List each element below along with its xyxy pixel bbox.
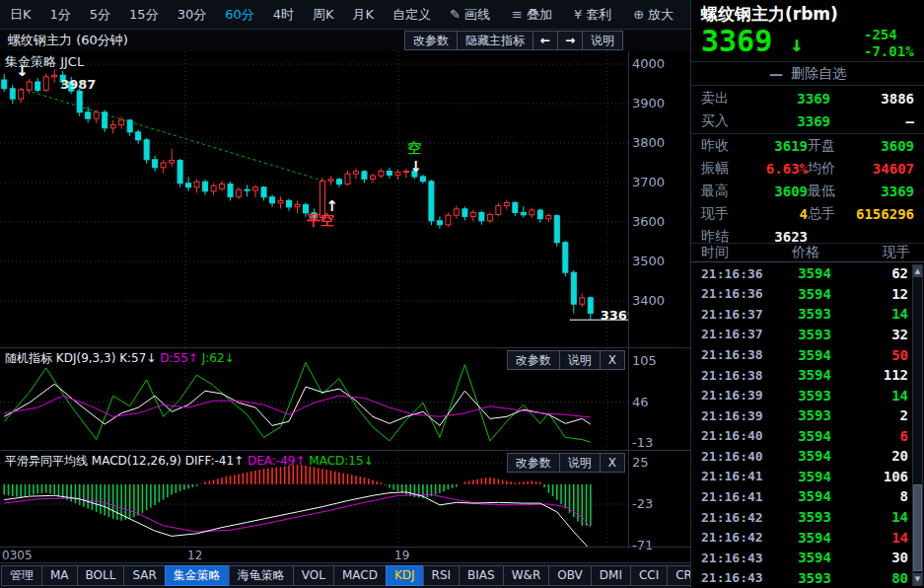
tape-volume: 8 (851, 488, 908, 504)
period-tab-5分[interactable]: 5分 (90, 6, 110, 24)
period-tab-月K[interactable]: 月K (353, 6, 375, 24)
time-axis-label: 12 (187, 549, 202, 562)
candlestick-panel[interactable]: 集金策略 JJCL ↓3987平空↑空↓3369 400039003800370… (0, 51, 690, 347)
indicator-tab-海龟策略[interactable]: 海龟策略 (229, 565, 294, 586)
tape-scrollbar[interactable]: ▲ ▼ (912, 264, 923, 586)
stat-value: 34607 (853, 161, 914, 177)
tape-row[interactable]: 21:16:43359380 (691, 567, 924, 588)
tape-row[interactable]: 21:16:3935932 (691, 405, 924, 426)
remove-favorite-button[interactable]: — 删除自选 (691, 61, 924, 86)
tape-row[interactable]: 21:16:43359430 (691, 548, 924, 568)
indicator-tab-CCI[interactable]: CCI (630, 565, 668, 586)
indicator-tab-KDJ[interactable]: KDJ (386, 565, 424, 586)
tape-row[interactable]: 21:16:4135948 (691, 486, 924, 507)
period-tab-1分[interactable]: 1分 (50, 6, 71, 24)
tape-row[interactable]: 21:16:37359314 (691, 304, 924, 325)
tape-row[interactable]: 21:16:42359414 (691, 527, 924, 548)
tape-row[interactable]: 21:16:383594112 (691, 365, 924, 386)
kdj-j-value: J:62↓ (202, 351, 235, 365)
tape-row[interactable]: 21:16:38359450 (691, 344, 924, 365)
tape-volume: 62 (851, 265, 908, 281)
tape-header: 时间价格现手 (691, 243, 924, 262)
change-params-button[interactable]: 改参数 (507, 350, 560, 370)
time-axis-label: 19 (394, 549, 409, 562)
scroll-up-icon[interactable]: ▲ (913, 265, 922, 277)
indicator-tab-BIAS[interactable]: BIAS (459, 565, 504, 586)
indicator-tab-W&R[interactable]: W&R (503, 565, 550, 586)
remove-favorite-label: 删除自选 (791, 65, 846, 83)
depth-label: 卖出 (701, 90, 746, 108)
stat-value: 3369 (853, 184, 914, 199)
macd-panel[interactable]: 平滑异同平均线 MACD(12,26,9) DIFF:-41↑ DEA:-49↑… (0, 450, 690, 547)
tape-row[interactable]: 21:16:39359314 (691, 385, 924, 405)
bid-row: 买入3369— (691, 110, 924, 132)
axis-tick-label: 3700 (632, 175, 665, 189)
indicator-tab-MACD[interactable]: MACD (333, 565, 387, 586)
tape-price: 3593 (778, 570, 851, 586)
tape-row[interactable]: 21:16:40359420 (691, 446, 924, 467)
indicator-tab-RSI[interactable]: RSI (423, 565, 461, 586)
kdj-panel[interactable]: 随机指标 KDJ(9,3,3) K:57↓ D:55↑ J:62↓ 改参数说明X… (0, 347, 690, 450)
tape-price: 3593 (778, 388, 851, 404)
indicator-tab-管理[interactable]: 管理 (1, 565, 42, 586)
axis-tick-label: 105 (632, 353, 657, 368)
indicator-tab-DMI[interactable]: DMI (591, 565, 631, 586)
prev-button[interactable]: ← (533, 31, 558, 50)
indicator-tab-集金策略[interactable]: 集金策略 (165, 565, 230, 586)
indicator-tab-VOL[interactable]: VOL (293, 565, 334, 586)
period-tab-日K[interactable]: 日K (10, 6, 32, 24)
scrollbar-thumb[interactable] (913, 484, 922, 571)
tape-list: 21:16:3635946221:16:3635941221:16:373593… (691, 263, 924, 588)
tool-overlay[interactable]: ≡叠加 (512, 6, 552, 24)
tape-row[interactable]: 21:16:42359314 (691, 507, 924, 528)
tool-draw-line[interactable]: ✎画线 (450, 6, 490, 24)
indicator-tab-BOLL[interactable]: BOLL (77, 565, 125, 586)
tape-row[interactable]: 21:16:36359412 (691, 284, 924, 305)
indicator-tab-MA[interactable]: MA (41, 565, 78, 586)
indicator-tab-SAR[interactable]: SAR (123, 565, 165, 586)
tape-row[interactable]: 21:16:4035946 (691, 426, 924, 447)
tool-arbitrage[interactable]: ¥套利 (574, 6, 611, 24)
tape-price: 3593 (778, 306, 851, 322)
tape-row[interactable]: 21:16:36359462 (691, 263, 924, 284)
help-button[interactable]: 说明 (582, 31, 623, 50)
stat-value: 3609 (853, 138, 914, 154)
scroll-down-icon[interactable]: ▼ (913, 573, 922, 585)
change-params-button[interactable]: 改参数 (507, 453, 560, 473)
depth-price: 3369 (746, 91, 830, 107)
tape-row[interactable]: 21:16:413594106 (691, 467, 924, 487)
next-button[interactable]: → (557, 31, 583, 50)
change-params-button[interactable]: 改参数 (404, 31, 458, 50)
chart-header-buttons: 改参数隐藏主指标←→说明 (405, 31, 623, 50)
period-tab-30分[interactable]: 30分 (178, 6, 207, 24)
tape-time: 21:16:40 (701, 428, 778, 443)
hide-indicator-button[interactable]: 隐藏主指标 (457, 31, 533, 50)
help-button[interactable]: 说明 (559, 453, 601, 473)
depth-price: 3369 (746, 113, 830, 129)
tape-price: 3594 (778, 428, 851, 444)
chart-header: 螺纹钢主力 (60分钟) 改参数隐藏主指标←→说明 (0, 30, 690, 51)
stat-label: 振幅 (701, 160, 746, 178)
period-tab-自定义[interactable]: 自定义 (392, 6, 431, 24)
tape-row[interactable]: 21:16:37359332 (691, 325, 924, 345)
close-button[interactable]: X (600, 350, 625, 370)
depth-label: 买入 (701, 112, 746, 130)
tool-zoom-in[interactable]: ⊕放大 (633, 6, 674, 24)
close-button[interactable]: X (600, 453, 625, 473)
candlestick-chart[interactable]: ↓3987平空↑空↓3369 (0, 51, 628, 347)
period-tab-60分[interactable]: 60分 (225, 6, 254, 24)
trading-app-window: 日K1分5分15分30分60分4时周K月K自定义✎画线≡叠加¥套利⊕放大»> 螺… (0, 0, 924, 588)
help-button[interactable]: 说明 (559, 350, 601, 370)
period-tab-15分[interactable]: 15分 (129, 6, 159, 24)
period-tab-4时[interactable]: 4时 (273, 6, 294, 24)
tape-price: 3593 (778, 509, 851, 525)
kdj-d-value: D:55↑ (160, 351, 198, 365)
axis-tick-label: 3400 (632, 293, 665, 308)
indicator-tab-OBV[interactable]: OBV (548, 565, 592, 586)
tape-time: 21:16:37 (701, 327, 778, 341)
period-tab-周K[interactable]: 周K (313, 6, 334, 24)
axis-tick-label: -23 (632, 496, 653, 511)
tape-price: 3594 (778, 265, 851, 281)
tape-price: 3594 (778, 286, 851, 302)
axis-tick-label: 3900 (632, 96, 665, 110)
